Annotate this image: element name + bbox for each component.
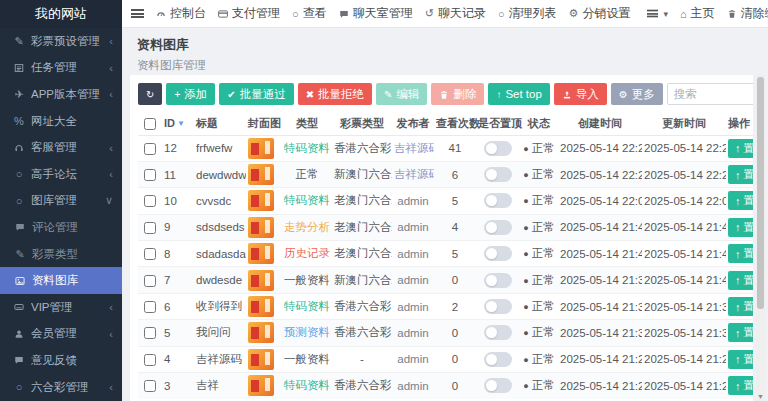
plane-icon: ✈ — [12, 88, 26, 101]
cell-updated: 2025-05-14 21:26:01 — [642, 373, 726, 399]
set-top-row-button[interactable]: ↑置顶 — [728, 297, 753, 316]
row-checkbox[interactable] — [144, 195, 156, 207]
sidebar-item-mark-six-management[interactable]: ○ 六合彩管理 ‹ — [0, 374, 122, 401]
cell-publisher: 吉祥源码 — [392, 161, 434, 187]
sidebar-item-lottery-type[interactable]: ✎ 彩票类型 — [0, 241, 122, 268]
nav-chat-history[interactable]: ↺ 聊天记录 — [425, 5, 486, 22]
status-dot-icon: ● — [523, 170, 528, 180]
row-select-cell — [138, 293, 162, 319]
add-button[interactable]: +添加 — [166, 83, 215, 105]
sidebar-item-lottery-preset[interactable]: ✎ 彩票预设管理 ‹ — [0, 28, 122, 55]
row-checkbox[interactable] — [144, 248, 156, 260]
comment-icon — [339, 9, 349, 19]
cell-views: 0 — [434, 373, 476, 399]
row-checkbox[interactable] — [144, 380, 156, 392]
table-row: 10 cvvsdc 特码资料 老澳门六合彩 admin 5 ●正常 2025-0… — [138, 188, 753, 214]
cell-views: 5 — [434, 188, 476, 214]
row-checkbox[interactable] — [144, 275, 156, 287]
pin-toggle[interactable] — [484, 167, 512, 182]
cover-thumbnail[interactable] — [248, 164, 274, 185]
row-checkbox[interactable] — [144, 169, 156, 181]
set-top-row-button[interactable]: ↑置顶 — [728, 323, 753, 342]
nav-payment-management[interactable]: 支付管理 — [218, 5, 280, 22]
nav-dashboard[interactable]: 控制台 — [156, 5, 206, 22]
pin-toggle[interactable] — [484, 273, 512, 288]
set-top-row-button[interactable]: ↑置顶 — [728, 244, 753, 263]
edit-button[interactable]: ✎编辑 — [376, 83, 427, 105]
nav-home[interactable]: ⌂ 主页 — [680, 5, 715, 22]
row-checkbox[interactable] — [144, 327, 156, 339]
circle-icon: ○ — [12, 195, 26, 207]
set-top-row-button[interactable]: ↑置顶 — [728, 165, 753, 184]
sidebar-item-tasks[interactable]: 任务管理 ‹ — [0, 55, 122, 82]
delete-button[interactable]: 删除 — [431, 83, 484, 105]
refresh-icon: ↻ — [146, 89, 154, 100]
set-top-row-button[interactable]: ↑置顶 — [728, 191, 753, 210]
sidebar-item-member-management[interactable]: 会员管理 ‹ — [0, 321, 122, 348]
cover-thumbnail[interactable] — [248, 217, 274, 238]
row-checkbox[interactable] — [144, 222, 156, 234]
trash-icon — [727, 9, 737, 19]
refresh-button[interactable]: ↻ — [138, 83, 162, 105]
row-checkbox[interactable] — [144, 143, 156, 155]
row-checkbox[interactable] — [144, 354, 156, 366]
cell-publisher: admin — [392, 188, 434, 214]
nav-cleanup-list[interactable]: ○ 清理列表 — [498, 5, 557, 22]
cover-thumbnail[interactable] — [248, 296, 274, 317]
cover-thumbnail[interactable] — [248, 349, 274, 370]
set-top-row-button[interactable]: ↑置顶 — [728, 218, 753, 237]
sidebar-item-expert-forum[interactable]: ○ 高手论坛 ‹ — [0, 161, 122, 188]
batch-approve-button[interactable]: ✔批量通过 — [219, 83, 293, 105]
sidebar-item-app-version[interactable]: ✈ APP版本管理 ‹ — [0, 81, 122, 108]
cell-actions: ↑置顶 — [726, 161, 753, 187]
pin-toggle[interactable] — [484, 141, 512, 156]
select-all-checkbox[interactable] — [144, 118, 156, 130]
sidebar-item-gallery-management[interactable]: ○ 图库管理 ∨ — [0, 188, 122, 215]
set-top-row-button[interactable]: ↑置顶 — [728, 350, 753, 369]
set-top-toolbar-button[interactable]: ↑Set top — [488, 83, 549, 105]
sidebar-toggle-button[interactable] — [131, 9, 144, 18]
vertical-scrollbar[interactable]: ▼ — [756, 75, 765, 401]
layout-menu-button[interactable]: ▾ — [646, 9, 668, 19]
pin-toggle[interactable] — [484, 352, 512, 367]
sidebar-item-vip-management[interactable]: VIP管理 ‹ — [0, 294, 122, 321]
sidebar-item-data-gallery[interactable]: 资料图库 — [0, 267, 122, 294]
pin-toggle[interactable] — [484, 378, 512, 393]
sidebar-item-customer-service[interactable]: 客服管理 ‹ — [0, 134, 122, 161]
cover-thumbnail[interactable] — [248, 322, 274, 343]
pin-toggle[interactable] — [484, 193, 512, 208]
cell-id: 9 — [162, 214, 194, 240]
nav-chatroom-management[interactable]: 聊天室管理 — [339, 5, 413, 22]
row-checkbox[interactable] — [144, 301, 156, 313]
column-header-views[interactable]: 查看次数▾ — [434, 112, 476, 135]
cover-thumbnail[interactable] — [248, 190, 274, 211]
scrollbar-down-arrow[interactable]: ▼ — [756, 393, 765, 400]
pin-toggle[interactable] — [484, 325, 512, 340]
set-top-row-button[interactable]: ↑置顶 — [728, 376, 753, 395]
sidebar-item-url-directory[interactable]: % 网址大全 — [0, 108, 122, 135]
cover-thumbnail[interactable] — [248, 270, 274, 291]
cover-thumbnail[interactable] — [248, 138, 274, 159]
scrollbar-thumb[interactable] — [757, 77, 764, 309]
column-header-id[interactable]: ID▼ — [162, 112, 194, 135]
pin-toggle[interactable] — [484, 299, 512, 314]
nav-clear-cache[interactable]: 清除缓存 — [727, 5, 768, 22]
import-button[interactable]: 导入 — [554, 83, 607, 105]
sort-desc-icon: ▼ — [177, 119, 185, 128]
cover-thumbnail[interactable] — [248, 243, 274, 264]
nav-distribution-settings[interactable]: ⚙ 分销设置 — [569, 5, 631, 22]
cell-status: ●正常 — [520, 214, 558, 240]
nav-view[interactable]: ○ 查看 — [292, 5, 327, 22]
sidebar-item-comment-management[interactable]: 评论管理 — [0, 214, 122, 241]
cover-thumbnail[interactable] — [248, 375, 274, 396]
pin-toggle[interactable] — [484, 246, 512, 261]
more-button[interactable]: ⚙更多 — [611, 83, 663, 105]
batch-reject-button[interactable]: ✖批量拒绝 — [298, 83, 372, 105]
search-input[interactable] — [667, 83, 753, 105]
cell-cover — [246, 161, 282, 187]
pin-toggle[interactable] — [484, 220, 512, 235]
set-top-row-button[interactable]: ↑置顶 — [728, 271, 753, 290]
trash-icon — [439, 89, 449, 100]
sidebar-item-feedback[interactable]: 意见反馈 — [0, 347, 122, 374]
set-top-row-button[interactable]: ↑置顶 — [728, 139, 753, 158]
